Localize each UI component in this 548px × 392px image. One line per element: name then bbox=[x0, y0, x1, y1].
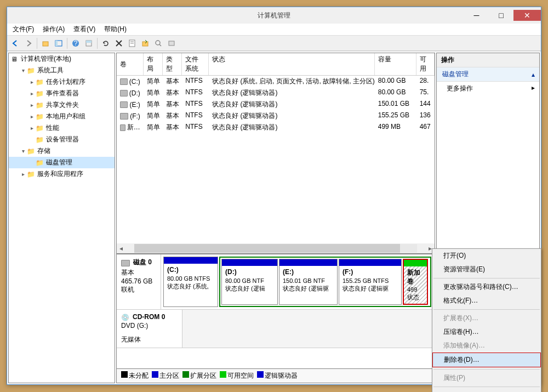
legend: 未分配主分区扩展分区可用空间逻辑驱动器 bbox=[117, 368, 435, 383]
svg-line-12 bbox=[159, 44, 161, 46]
volume-row[interactable]: (E:)简单基本NTFS状态良好 (逻辑驱动器)150.01 GB144 bbox=[117, 99, 435, 110]
tree-item-任务计划程序[interactable]: ▸📁任务计划程序 bbox=[9, 76, 115, 88]
tree-item-服务和应用程序[interactable]: ▸📁服务和应用程序 bbox=[9, 168, 115, 180]
volume-row[interactable]: (F:)简单基本NTFS状态良好 (逻辑驱动器)155.25 GB136 bbox=[117, 110, 435, 122]
nav-tree[interactable]: 🖥 计算机管理(本地) ▾📁系统工具▸📁任务计划程序▸📁事件查看器▸📁共享文件夹… bbox=[8, 53, 115, 383]
cd-icon: 💿 bbox=[121, 314, 129, 321]
svg-rect-10 bbox=[142, 42, 148, 46]
cdrom-row[interactable]: 💿CD-ROM 0 DVD (G:) 无媒体 bbox=[117, 310, 435, 348]
disk-icon bbox=[121, 260, 130, 266]
partition-(C:)[interactable]: (C:)80.00 GB NTFS状态良好 (系统, bbox=[163, 257, 218, 307]
tree-item-设备管理器[interactable]: 📁设备管理器 bbox=[9, 134, 115, 145]
refresh-icon[interactable] bbox=[100, 37, 112, 49]
partition-新加卷[interactable]: 新加卷499状态 bbox=[403, 259, 428, 305]
close-button[interactable]: ✕ bbox=[513, 10, 541, 21]
ctx-扩展卷(X)…: 扩展卷(X)… bbox=[432, 311, 541, 325]
menu-help[interactable]: 帮助(H) bbox=[102, 24, 129, 35]
volume-list: 卷 布局 类型 文件系统 状态 容量 可用 (C:)简单基本NTFS状态良好 (… bbox=[117, 53, 435, 253]
forward-button[interactable] bbox=[22, 37, 35, 49]
volume-icon bbox=[120, 78, 128, 85]
minimize-button[interactable]: ─ bbox=[464, 10, 489, 21]
svg-rect-6 bbox=[86, 41, 92, 43]
ctx-更改驱动器号和路径(C)…[interactable]: 更改驱动器号和路径(C)… bbox=[432, 280, 541, 294]
volume-icon bbox=[120, 113, 128, 120]
h-scrollbar[interactable]: ◂ ▸ bbox=[117, 243, 435, 253]
settings-icon[interactable] bbox=[165, 37, 178, 49]
expand-icon: ▸ bbox=[532, 84, 535, 92]
volume-header[interactable]: 卷 布局 类型 文件系统 状态 容量 可用 bbox=[117, 53, 435, 76]
actions-more[interactable]: 更多操作▸ bbox=[437, 82, 539, 95]
disk-row-0[interactable]: 磁盘 0 基本 465.76 GB 联机 (C:)80.00 GB NTFS状态… bbox=[117, 254, 435, 310]
properties-icon[interactable] bbox=[126, 37, 138, 49]
maximize-button[interactable]: □ bbox=[489, 10, 513, 21]
up-button[interactable] bbox=[39, 37, 52, 49]
svg-point-11 bbox=[156, 41, 160, 45]
partition-(E:)[interactable]: (E:)150.01 GB NTF状态良好 (逻辑驱 bbox=[279, 259, 338, 305]
help-icon[interactable]: ? bbox=[70, 37, 82, 49]
computer-icon: 🖥 bbox=[10, 55, 19, 64]
menu-action[interactable]: 操作(A) bbox=[41, 24, 67, 35]
ctx-添加镜像(A)…: 添加镜像(A)… bbox=[432, 339, 541, 353]
tree-item-系统工具[interactable]: ▾📁系统工具 bbox=[9, 65, 115, 76]
volume-icon bbox=[120, 124, 125, 131]
delete-icon[interactable] bbox=[113, 37, 125, 49]
collapse-icon: ▴ bbox=[532, 71, 535, 78]
disk-map: 磁盘 0 基本 465.76 GB 联机 (C:)80.00 GB NTFS状态… bbox=[117, 253, 435, 368]
volume-icon bbox=[120, 101, 128, 108]
ctx-打开(O)[interactable]: 打开(O) bbox=[432, 249, 541, 263]
search-icon[interactable] bbox=[152, 37, 164, 49]
volume-icon bbox=[120, 90, 128, 96]
extended-partition: (D:)80.00 GB NTF状态良好 (逻辑(E:)150.01 GB NT… bbox=[219, 257, 431, 307]
partition-(D:)[interactable]: (D:)80.00 GB NTF状态良好 (逻辑 bbox=[221, 259, 278, 305]
titlebar[interactable]: 计算机管理 ─ □ ✕ bbox=[7, 7, 541, 24]
explore-icon[interactable] bbox=[139, 37, 151, 49]
window-title: 计算机管理 bbox=[258, 11, 290, 20]
tree-item-存储[interactable]: ▾📁存储 bbox=[9, 145, 115, 157]
volume-row[interactable]: (D:)简单基本NTFS状态良好 (逻辑驱动器)80.00 GB75. bbox=[117, 87, 435, 99]
tree-item-性能[interactable]: ▸📁性能 bbox=[9, 122, 115, 134]
view-top-button[interactable] bbox=[83, 37, 95, 49]
svg-rect-2 bbox=[55, 41, 58, 46]
svg-text:?: ? bbox=[74, 39, 78, 47]
ctx-压缩卷(H)…[interactable]: 压缩卷(H)… bbox=[432, 325, 541, 339]
context-menu[interactable]: 打开(O)资源管理器(E)更改驱动器号和路径(C)…格式化(F)…扩展卷(X)…… bbox=[432, 248, 541, 392]
menu-file[interactable]: 文件(F) bbox=[10, 24, 36, 35]
svg-rect-13 bbox=[169, 41, 174, 46]
actions-diskmgmt[interactable]: 磁盘管理▴ bbox=[437, 67, 539, 82]
scroll-thumb[interactable] bbox=[134, 244, 400, 253]
menubar: 文件(F) 操作(A) 查看(V) 帮助(H) bbox=[7, 24, 541, 36]
tree-root[interactable]: 🖥 计算机管理(本地) bbox=[9, 53, 115, 65]
tree-item-磁盘管理[interactable]: 📁磁盘管理 bbox=[9, 157, 115, 168]
actions-header: 操作 bbox=[437, 53, 539, 67]
show-hide-tree-button[interactable] bbox=[53, 37, 65, 49]
svg-rect-0 bbox=[43, 42, 48, 46]
back-button[interactable] bbox=[9, 37, 21, 49]
ctx-帮助(H)[interactable]: 帮助(H) bbox=[432, 389, 541, 392]
volume-row[interactable]: 新…简单基本NTFS状态良好 (逻辑驱动器)499 MB467 bbox=[117, 122, 435, 133]
volume-row[interactable]: (C:)简单基本NTFS状态良好 (系统, 启动, 页面文件, 活动, 故障转储… bbox=[117, 76, 435, 87]
ctx-删除卷(D)…[interactable]: 删除卷(D)… bbox=[432, 353, 541, 367]
ctx-资源管理器(E)[interactable]: 资源管理器(E) bbox=[432, 263, 541, 276]
menu-view[interactable]: 查看(V) bbox=[71, 24, 98, 35]
tree-item-事件查看器[interactable]: ▸📁事件查看器 bbox=[9, 88, 115, 99]
toolbar: ? bbox=[7, 36, 541, 51]
tree-item-本地用户和组[interactable]: ▸📁本地用户和组 bbox=[9, 111, 115, 122]
ctx-属性(P): 属性(P) bbox=[432, 371, 541, 385]
tree-item-共享文件夹[interactable]: ▸📁共享文件夹 bbox=[9, 99, 115, 111]
partition-(F:)[interactable]: (F:)155.25 GB NTFS状态良好 (逻辑驱 bbox=[339, 259, 402, 305]
ctx-格式化(F)…[interactable]: 格式化(F)… bbox=[432, 294, 541, 308]
